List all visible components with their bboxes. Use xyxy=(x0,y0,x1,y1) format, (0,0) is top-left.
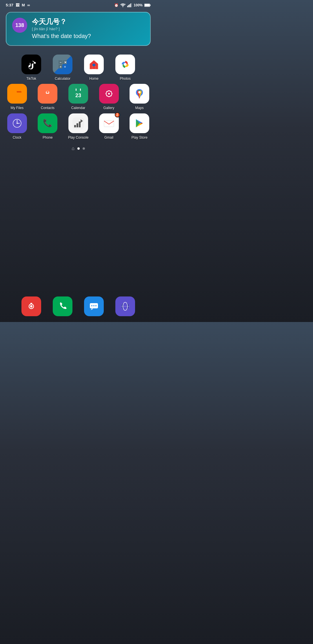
playstore-icon xyxy=(130,113,149,133)
svg-point-27 xyxy=(47,91,49,93)
svg-rect-8 xyxy=(145,4,150,6)
app-tiktok[interactable]: ♪ TikTok xyxy=(20,55,43,81)
app-row-1: ♪ TikTok − ✕ + = Calculator xyxy=(6,55,151,81)
gmail-label: Gmail xyxy=(104,135,113,140)
screencam-dock-icon xyxy=(21,296,41,316)
signal-icon xyxy=(127,3,132,7)
myfiles-icon xyxy=(7,84,27,104)
dock-messages[interactable] xyxy=(82,296,105,316)
page-indicators: ⌂ xyxy=(0,146,156,151)
svg-point-39 xyxy=(108,96,110,97)
svg-rect-7 xyxy=(150,4,151,6)
svg-rect-19 xyxy=(92,66,96,69)
svg-point-22 xyxy=(124,63,127,66)
app-calculator[interactable]: − ✕ + = Calculator xyxy=(51,55,74,81)
svg-point-53 xyxy=(17,123,18,124)
myfiles-label: My Files xyxy=(10,106,23,111)
app-maps[interactable]: Maps xyxy=(128,84,151,111)
calculator-label: Calculator xyxy=(55,77,70,81)
photos-icon xyxy=(115,55,135,74)
svg-point-43 xyxy=(106,95,108,96)
flash-pinyin: [ jīn tiān jǐ hào? ] xyxy=(32,27,91,31)
svg-text:−: − xyxy=(60,61,61,64)
svg-rect-1 xyxy=(127,6,128,7)
app-home[interactable]: Home xyxy=(82,55,105,81)
app-grid: ♪ TikTok − ✕ + = Calculator xyxy=(0,55,156,140)
battery-icon xyxy=(144,3,151,7)
svg-rect-63 xyxy=(104,120,114,127)
svg-rect-3 xyxy=(129,4,130,7)
gmail-badge: 2 xyxy=(115,112,120,117)
app-playstore[interactable]: Play Store xyxy=(128,113,151,140)
app-calendar[interactable]: 23 Calendar xyxy=(67,84,90,111)
playstore-label: Play Store xyxy=(132,135,148,140)
svg-text:=: = xyxy=(64,65,66,68)
gmail-app-icon: 2 xyxy=(99,113,119,133)
app-gallery[interactable]: Gallery xyxy=(98,84,120,111)
svg-point-21 xyxy=(92,64,95,66)
svg-point-36 xyxy=(108,93,110,95)
photo-icon: 🖼 xyxy=(16,3,19,7)
app-row-2: My Files Contacts 23 xyxy=(6,84,151,111)
home-label: Home xyxy=(89,77,99,81)
alarm-icon: ⏰ xyxy=(114,3,119,7)
phone-app-icon: 📞 xyxy=(38,113,57,133)
time-display: 5:37 xyxy=(6,3,13,7)
svg-point-71 xyxy=(93,305,94,306)
svg-point-68 xyxy=(30,305,32,307)
dock-phone[interactable] xyxy=(51,296,74,316)
calendar-label: Calendar xyxy=(71,106,85,111)
voicemail-icon: ∞ xyxy=(27,3,30,7)
gmail-icon: M xyxy=(22,3,25,7)
svg-point-41 xyxy=(110,91,112,92)
photos-label: Photos xyxy=(120,77,130,81)
app-clock[interactable]: Clock xyxy=(6,113,28,140)
status-bar: 5:37 🖼 M ∞ ⏰ 100% xyxy=(0,0,156,9)
dock xyxy=(0,296,156,316)
svg-point-0 xyxy=(123,6,123,7)
contacts-icon xyxy=(38,84,57,104)
dock-opera[interactable] xyxy=(114,296,137,316)
app-phone[interactable]: 📞 Phone xyxy=(37,113,59,140)
tiktok-label: TikTok xyxy=(26,77,36,81)
maps-label: Maps xyxy=(135,106,144,111)
maps-icon xyxy=(130,84,149,104)
svg-text:✕: ✕ xyxy=(64,61,67,64)
app-contacts[interactable]: Contacts xyxy=(37,84,59,111)
svg-rect-59 xyxy=(79,122,81,127)
app-myfiles[interactable]: My Files xyxy=(6,84,28,111)
flash-card[interactable]: 138 今天几号？ [ jīn tiān jǐ hào? ] What's th… xyxy=(6,12,151,46)
app-row-3: Clock 📞 Phone xyxy=(6,113,151,140)
svg-point-48 xyxy=(138,91,141,93)
dock-screencam[interactable] xyxy=(20,296,43,316)
home-icon xyxy=(84,55,104,74)
svg-rect-4 xyxy=(130,3,131,7)
flash-badge: 138 xyxy=(12,18,27,33)
gallery-icon xyxy=(99,84,119,104)
svg-point-44 xyxy=(106,91,108,92)
gallery-label: Gallery xyxy=(103,106,114,111)
svg-text:+: + xyxy=(60,65,61,68)
flash-chinese: 今天几号？ xyxy=(32,18,91,26)
svg-rect-58 xyxy=(77,123,78,127)
wifi-icon xyxy=(120,3,125,7)
phone-label: Phone xyxy=(43,135,53,140)
app-gmail[interactable]: 2 Gmail xyxy=(98,113,120,140)
svg-point-37 xyxy=(108,90,110,91)
svg-rect-2 xyxy=(128,5,129,7)
svg-point-38 xyxy=(111,93,112,94)
app-photos[interactable]: Photos xyxy=(114,55,137,81)
phone-dock-icon xyxy=(53,296,72,316)
contacts-label: Contacts xyxy=(41,106,54,111)
battery-display: 100% xyxy=(134,3,143,7)
status-left: 5:37 🖼 M ∞ xyxy=(6,3,30,7)
page-dot-1 xyxy=(77,147,80,150)
svg-text:📞: 📞 xyxy=(43,118,52,128)
app-playconsole[interactable]: Play Console xyxy=(67,113,90,140)
svg-rect-57 xyxy=(74,125,76,127)
svg-text:♪: ♪ xyxy=(28,60,32,69)
svg-rect-24 xyxy=(13,91,17,93)
svg-point-42 xyxy=(110,95,112,96)
playconsole-icon xyxy=(68,113,88,133)
svg-point-40 xyxy=(105,93,107,94)
